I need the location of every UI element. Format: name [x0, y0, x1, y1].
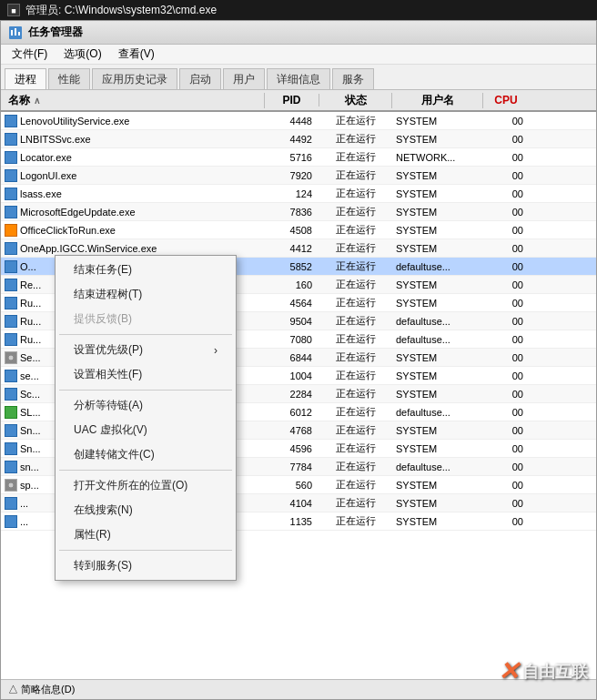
menu-view[interactable]: 查看(V)	[111, 45, 162, 64]
proc-icon	[5, 133, 17, 146]
proc-icon	[5, 406, 17, 419]
proc-icon	[5, 388, 17, 401]
cell-cpu: 00	[483, 352, 529, 363]
cell-name: LenovoUtilityService.exe	[1, 115, 265, 127]
proc-name: LogonUI.exe	[20, 170, 76, 181]
tm-title-icon	[8, 25, 23, 40]
table-row[interactable]: LenovoUtilityService.exe 4448 正在运行 SYSTE…	[1, 112, 596, 130]
cell-status: 正在运行	[319, 187, 392, 200]
cell-pid: 6012	[265, 407, 319, 418]
cell-cpu: 00	[483, 516, 529, 527]
context-menu-item[interactable]: 设置优先级(P)›	[56, 338, 236, 362]
tab-performance[interactable]: 性能	[48, 68, 90, 89]
cell-user: SYSTEM	[392, 480, 483, 491]
context-menu-item[interactable]: 分析等待链(A)	[56, 393, 236, 418]
col-header-name[interactable]: 名称 ∧	[1, 93, 265, 108]
proc-icon	[5, 370, 17, 382]
cell-pid: 7080	[265, 334, 319, 345]
col-header-user[interactable]: 用户名	[392, 93, 483, 108]
cell-pid: 4412	[265, 243, 319, 254]
cell-user: SYSTEM	[392, 207, 483, 218]
cell-status: 正在运行	[319, 369, 392, 382]
proc-icon	[5, 224, 17, 237]
cell-cpu: 00	[483, 116, 529, 127]
col-header-status[interactable]: 状态	[319, 93, 392, 108]
cell-status: 正在运行	[319, 332, 392, 346]
context-menu-item[interactable]: 结束任务(E)	[56, 258, 236, 282]
svg-rect-16	[6, 335, 15, 344]
cmd-icon: ■	[7, 4, 20, 16]
cell-user: SYSTEM	[392, 370, 483, 381]
col-header-cpu[interactable]: CPU	[483, 94, 529, 107]
table-row[interactable]: MicrosoftEdgeUpdate.exe 7836 正在运行 SYSTEM…	[1, 203, 596, 221]
sort-arrow: ∧	[34, 96, 40, 106]
cell-cpu: 00	[483, 498, 529, 509]
context-menu-item[interactable]: 打开文件所在的位置(O)	[56, 473, 236, 498]
svg-rect-1	[11, 30, 13, 36]
svg-rect-2	[15, 28, 16, 36]
cell-pid: 9504	[265, 316, 319, 327]
screen: ■ 管理员: C:\Windows\system32\cmd.exe 任务管理器…	[0, 0, 597, 700]
context-menu-item[interactable]: 属性(R)	[56, 522, 236, 547]
cell-cpu: 00	[483, 316, 529, 327]
proc-icon	[5, 333, 17, 346]
cell-name: lsass.exe	[1, 188, 265, 200]
table-row[interactable]: LogonUI.exe 7920 正在运行 SYSTEM 00	[1, 167, 596, 185]
cell-cpu: 00	[483, 170, 529, 181]
cell-user: SYSTEM	[392, 170, 483, 181]
context-menu-item[interactable]: 转到服务(S)	[56, 553, 236, 578]
proc-name: MicrosoftEdgeUpdate.exe	[20, 207, 136, 218]
table-row[interactable]: LNBITSSvc.exe 4492 正在运行 SYSTEM 00	[1, 130, 596, 148]
context-menu-item[interactable]: UAC 虚拟化(V)	[56, 418, 236, 442]
tab-processes[interactable]: 进程	[5, 68, 46, 89]
proc-name: OneApp.IGCC.WinService.exe	[20, 243, 157, 254]
cell-pid: 7836	[265, 207, 319, 218]
menu-options[interactable]: 选项(O)	[56, 45, 108, 64]
cell-cpu: 00	[483, 389, 529, 400]
svg-point-20	[6, 408, 15, 417]
cell-user: SYSTEM	[392, 389, 483, 400]
table-row[interactable]: OfficeClickToRun.exe 4508 正在运行 SYSTEM 00	[1, 221, 596, 239]
tab-startup[interactable]: 启动	[179, 68, 221, 89]
col-header-pid[interactable]: PID	[265, 94, 319, 107]
tab-users[interactable]: 用户	[223, 68, 265, 89]
svg-rect-10	[6, 226, 15, 235]
proc-name: Ru...	[20, 298, 41, 309]
cell-user: SYSTEM	[392, 498, 483, 509]
cell-cpu: 00	[483, 425, 529, 436]
tab-app-history[interactable]: 应用历史记录	[92, 68, 177, 89]
cell-pid: 4768	[265, 425, 319, 436]
context-menu-item[interactable]: 设置相关性(F)	[56, 362, 236, 387]
tab-services[interactable]: 服务	[332, 68, 374, 89]
svg-rect-23	[6, 462, 15, 472]
cell-pid: 7784	[265, 462, 319, 472]
watermark: ✕ 自由互联	[498, 656, 588, 686]
svg-rect-12	[6, 262, 15, 271]
context-menu-item[interactable]: 结束进程树(T)	[56, 282, 236, 307]
table-row[interactable]: Locator.exe 5716 正在运行 NETWORK... 00	[1, 148, 596, 167]
cell-pid: 124	[265, 188, 319, 199]
cell-user: SYSTEM	[392, 225, 483, 236]
tab-details[interactable]: 详细信息	[267, 68, 330, 89]
proc-name: Se...	[20, 352, 41, 363]
context-menu-item[interactable]: 在线搜索(N)	[56, 498, 236, 522]
context-menu-item[interactable]: 创建转储文件(C)	[56, 442, 236, 467]
svg-rect-26	[6, 517, 15, 526]
cell-cpu: 00	[483, 298, 529, 309]
cell-name: OfficeClickToRun.exe	[1, 224, 265, 237]
cell-user: SYSTEM	[392, 352, 483, 363]
cell-status: 正在运行	[319, 314, 392, 328]
svg-rect-4	[6, 117, 15, 126]
cell-status: 正在运行	[319, 478, 392, 492]
cell-pid: 4596	[265, 443, 319, 454]
cell-user: SYSTEM	[392, 279, 483, 290]
svg-rect-25	[6, 499, 15, 508]
proc-icon	[5, 461, 17, 473]
menu-file[interactable]: 文件(F)	[5, 45, 55, 64]
cell-status: 正在运行	[319, 168, 392, 182]
cell-cpu: 00	[483, 188, 529, 199]
proc-name: Sc...	[20, 389, 40, 400]
table-row[interactable]: lsass.exe 124 正在运行 SYSTEM 00	[1, 185, 596, 203]
cell-status: 正在运行	[319, 132, 392, 146]
status-text[interactable]: △ 简略信息(D)	[8, 683, 75, 696]
